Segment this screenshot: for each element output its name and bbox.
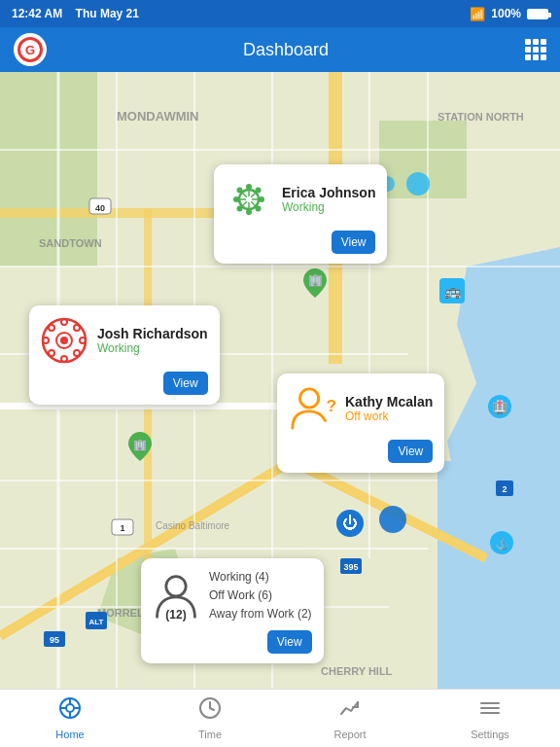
battery-icon: [527, 9, 548, 19]
group-offwork-stat: Off Work (6): [209, 587, 312, 605]
nav-time[interactable]: Time: [140, 691, 280, 746]
svg-text:ALT: ALT: [89, 618, 104, 626]
group-icon-area: (12): [151, 571, 201, 622]
svg-text:CHERRY HILL: CHERRY HILL: [321, 665, 393, 677]
building-marker-1: 🏢: [301, 267, 329, 303]
nav-settings-label: Settings: [471, 729, 509, 740]
building-marker-2: 🏢: [126, 430, 154, 467]
battery-percent: 100%: [491, 7, 521, 20]
svg-text:40: 40: [95, 203, 105, 213]
svg-point-83: [74, 350, 80, 356]
josh-icon: [39, 315, 89, 366]
nav-report[interactable]: Report: [280, 691, 420, 746]
nav-home[interactable]: Home: [0, 691, 140, 746]
popup-kathy: ? Kathy Mcalan Off work View: [277, 374, 444, 473]
nav-report-label: Report: [333, 729, 366, 740]
nav-time-label: Time: [198, 729, 222, 740]
map-area[interactable]: MONDAWMIN SANDTOWN Baltimore Casino Balt…: [0, 72, 560, 689]
bottom-nav: Home Time Report: [0, 689, 560, 747]
nav-settings[interactable]: Settings: [420, 691, 560, 746]
svg-point-78: [61, 319, 67, 325]
svg-text:🚌: 🚌: [444, 283, 462, 300]
popup-josh: Josh Richardson Working View: [29, 305, 220, 405]
kathy-icon: ?: [287, 383, 337, 434]
group-view-button[interactable]: View: [267, 630, 312, 654]
svg-text:🏢: 🏢: [133, 438, 147, 451]
erica-view-button[interactable]: View: [332, 231, 376, 254]
josh-status: Working: [97, 341, 208, 355]
svg-point-81: [80, 338, 86, 343]
svg-text:MONDAWMIN: MONDAWMIN: [117, 109, 199, 124]
menu-grid-icon[interactable]: [525, 39, 546, 60]
settings-icon: [478, 696, 502, 726]
svg-text:Casino Baltimore: Casino Baltimore: [156, 520, 230, 531]
wifi-icon: 📶: [470, 7, 485, 21]
svg-text:🏥: 🏥: [492, 399, 508, 415]
kathy-status: Off work: [345, 409, 433, 423]
svg-text:STATION NORTH: STATION NORTH: [438, 111, 524, 123]
svg-line-98: [210, 708, 214, 710]
power-marker: ⏻: [336, 510, 364, 537]
svg-line-74: [251, 193, 256, 197]
svg-point-91: [66, 704, 74, 712]
report-icon: [338, 696, 362, 726]
svg-text:?: ?: [326, 396, 335, 415]
status-bar: 12:42 AM Thu May 21 📶 100%: [0, 0, 560, 27]
group-count: (12): [151, 608, 201, 622]
popup-erica: Erica Johnson Working View: [214, 164, 387, 264]
svg-text:95: 95: [50, 635, 59, 645]
svg-point-49: [406, 172, 430, 196]
svg-point-48: [379, 506, 406, 533]
home-icon: [58, 696, 82, 726]
status-time: 12:42 AM Thu May 21: [12, 7, 139, 20]
maryla-marker: 🏥: [486, 393, 513, 424]
svg-text:2: 2: [502, 484, 507, 494]
app-logo: [14, 33, 47, 66]
group-away-stat: Away from Work (2): [209, 605, 312, 623]
svg-text:395: 395: [343, 562, 358, 572]
walter-marker: 🚌: [438, 276, 467, 309]
kathy-view-button[interactable]: View: [388, 440, 433, 463]
erica-icon: [224, 174, 274, 225]
svg-point-86: [60, 337, 68, 344]
svg-line-72: [242, 193, 247, 197]
header-title: Dashboard: [243, 40, 329, 60]
erica-name: Erica Johnson: [282, 185, 375, 200]
svg-text:1: 1: [120, 523, 124, 533]
josh-name: Josh Richardson: [97, 326, 208, 341]
erica-status: Working: [282, 200, 375, 214]
svg-point-89: [166, 576, 186, 595]
svg-point-79: [61, 356, 67, 362]
svg-text:🏢: 🏢: [308, 272, 323, 287]
app-header: Dashboard: [0, 27, 560, 72]
svg-text:⚓: ⚓: [495, 536, 509, 551]
svg-point-85: [49, 350, 54, 356]
josh-view-button[interactable]: View: [163, 372, 208, 395]
svg-line-75: [242, 201, 247, 206]
time-icon: [198, 696, 222, 726]
group-working-stat: Working (4): [209, 568, 312, 587]
svg-point-82: [49, 325, 54, 331]
svg-point-80: [43, 338, 49, 343]
nav-home-label: Home: [55, 729, 84, 740]
popup-group: (12) Working (4) Off Work (6) Away from …: [141, 558, 324, 663]
svg-line-73: [251, 201, 256, 206]
cruise-marker: ⚓: [488, 529, 515, 560]
svg-text:SANDTOWN: SANDTOWN: [39, 237, 102, 249]
svg-point-87: [300, 389, 319, 408]
kathy-name: Kathy Mcalan: [345, 394, 433, 409]
svg-point-84: [74, 325, 80, 331]
